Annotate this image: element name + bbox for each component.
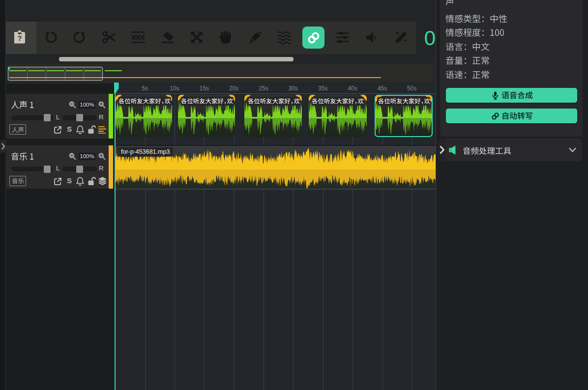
svg-text:?: ? — [17, 33, 22, 42]
